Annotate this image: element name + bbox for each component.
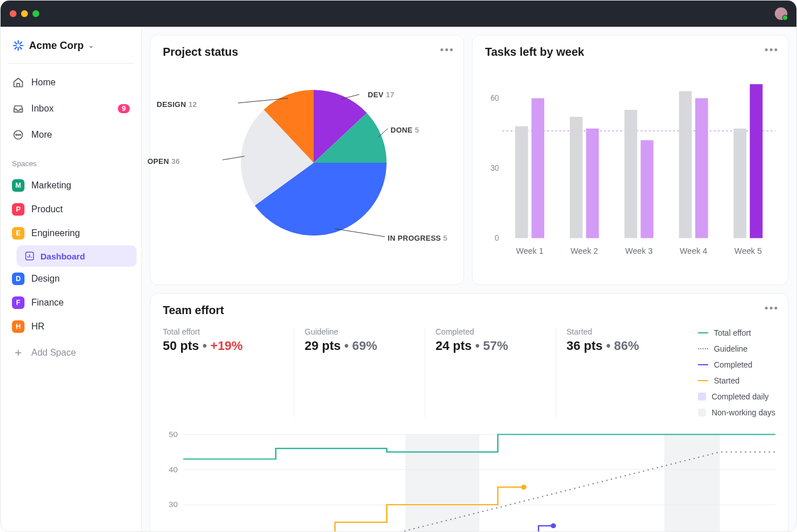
svg-rect-29: [640, 140, 653, 238]
svg-text:0: 0: [495, 234, 499, 242]
minimize-window[interactable]: [21, 10, 28, 17]
space-badge-icon: P: [12, 203, 24, 216]
nav-more-label: More: [31, 130, 52, 140]
nav-home[interactable]: Home: [5, 71, 137, 94]
content: Project status ••• DEV17DONE5IN PROGRESS…: [142, 27, 796, 532]
sidebar: Acme Corp ⌄ Home Inbox 9 More Spaces M: [1, 27, 142, 532]
sidebar-subitem-dashboard[interactable]: Dashboard: [17, 245, 137, 267]
dashboard-icon: [24, 251, 35, 261]
inbox-icon: [12, 102, 24, 115]
nav-home-label: Home: [31, 77, 56, 88]
sidebar-space-design[interactable]: D Design: [5, 267, 137, 291]
legend-completed-daily: Completed daily: [712, 392, 769, 401]
stat-guideline: Guideline 29 pts • 69%: [294, 327, 425, 417]
space-label: Product: [31, 204, 63, 215]
svg-text:60: 60: [491, 94, 499, 102]
stat-value: 50 pts • +19%: [163, 339, 284, 353]
sidebar-space-finance[interactable]: F Finance: [5, 291, 137, 315]
legend-started: Started: [714, 376, 740, 385]
stat-value: 29 pts • 69%: [305, 339, 414, 353]
sidebar-space-product[interactable]: P Product: [5, 197, 137, 221]
svg-text:Week 1: Week 1: [516, 246, 543, 255]
svg-rect-22: [515, 126, 528, 238]
tasks-left-chart: 03060Week 1Week 2Week 3Week 4Week 5: [485, 69, 775, 262]
space-label: Marketing: [31, 180, 71, 191]
svg-text:Week 5: Week 5: [734, 246, 762, 255]
space-badge-icon: E: [12, 227, 24, 240]
sidebar-space-hr[interactable]: H HR: [5, 315, 137, 339]
svg-text:Week 3: Week 3: [625, 246, 652, 255]
nav-more[interactable]: More: [5, 123, 137, 147]
stat-value: 24 pts • 57%: [436, 339, 545, 353]
close-window[interactable]: [10, 10, 17, 17]
divider: [7, 63, 134, 64]
team-effort-title: Team effort: [163, 304, 775, 317]
pie-label-in-progress: IN PROGRESS5: [388, 234, 447, 242]
svg-rect-38: [664, 435, 720, 533]
space-badge-icon: M: [12, 179, 24, 192]
sidebar-space-engineering[interactable]: E Engineering: [5, 221, 137, 245]
svg-rect-37: [405, 435, 479, 533]
svg-rect-31: [679, 91, 692, 238]
svg-point-48: [550, 523, 556, 529]
svg-point-11: [20, 134, 21, 135]
svg-point-9: [16, 134, 17, 135]
window-controls: [10, 10, 39, 17]
stat-value: 36 pts • 86%: [566, 339, 676, 353]
pie-label-done: DONE5: [391, 126, 419, 134]
svg-text:50: 50: [169, 431, 178, 439]
space-badge-icon: D: [12, 273, 24, 285]
card-menu-button[interactable]: •••: [765, 303, 779, 315]
project-status-card: Project status ••• DEV17DONE5IN PROGRESS…: [150, 35, 464, 285]
titlebar: [1, 1, 796, 27]
svg-point-47: [521, 485, 527, 490]
maximize-window[interactable]: [32, 10, 39, 17]
svg-text:40: 40: [169, 465, 178, 473]
legend-nonworking: Non-working days: [712, 408, 775, 417]
workspace-name: Acme Corp: [29, 40, 84, 52]
stat-label: Total effort: [163, 327, 284, 336]
nav-inbox[interactable]: Inbox 9: [5, 97, 137, 121]
sidebar-space-marketing[interactable]: M Marketing: [5, 174, 137, 197]
card-menu-button[interactable]: •••: [765, 44, 779, 56]
pie-label-design: DESIGN12: [157, 100, 197, 109]
svg-text:30: 30: [491, 164, 499, 172]
card-menu-button[interactable]: •••: [440, 44, 454, 56]
svg-line-7: [15, 47, 17, 49]
team-effort-card: Team effort ••• Total effort 50 pts • +1…: [150, 293, 788, 532]
svg-point-10: [18, 134, 19, 135]
svg-rect-26: [586, 129, 598, 238]
svg-rect-32: [695, 98, 708, 238]
stat-label: Started: [566, 327, 676, 336]
inbox-badge: 9: [118, 104, 130, 113]
workspace-switcher[interactable]: Acme Corp ⌄: [5, 35, 137, 56]
subitem-label: Dashboard: [40, 251, 85, 261]
tasks-left-card: Tasks left by week ••• 03060Week 1Week 2…: [472, 35, 788, 285]
team-effort-legend: Total effort Guideline Completed Started…: [698, 327, 775, 417]
project-status-title: Project status: [163, 46, 451, 59]
workspace-logo-icon: [12, 39, 24, 52]
pie-label-dev: DEV17: [368, 90, 395, 99]
add-space-button[interactable]: Add Space: [5, 341, 137, 365]
space-label: Finance: [31, 298, 64, 308]
svg-line-5: [20, 47, 22, 49]
space-label: Engineering: [31, 228, 80, 238]
svg-line-6: [20, 42, 22, 44]
space-badge-icon: F: [12, 296, 24, 309]
home-icon: [12, 76, 24, 89]
chevron-down-icon: ⌄: [88, 42, 94, 50]
space-label: Design: [31, 274, 60, 284]
space-label: HR: [31, 321, 44, 332]
legend-completed: Completed: [714, 360, 753, 369]
avatar[interactable]: [775, 7, 787, 20]
stat-started: Started 36 pts • 86%: [556, 327, 687, 417]
svg-text:Week 4: Week 4: [680, 246, 707, 255]
svg-rect-34: [734, 129, 746, 238]
svg-rect-35: [750, 84, 762, 238]
svg-line-4: [15, 42, 17, 44]
nav-inbox-label: Inbox: [31, 104, 54, 114]
project-status-chart: DEV17DONE5IN PROGRESS5OPEN36DESIGN12: [163, 69, 451, 262]
more-icon: [12, 129, 24, 141]
svg-text:Week 2: Week 2: [570, 246, 598, 255]
legend-total: Total effort: [714, 328, 751, 337]
